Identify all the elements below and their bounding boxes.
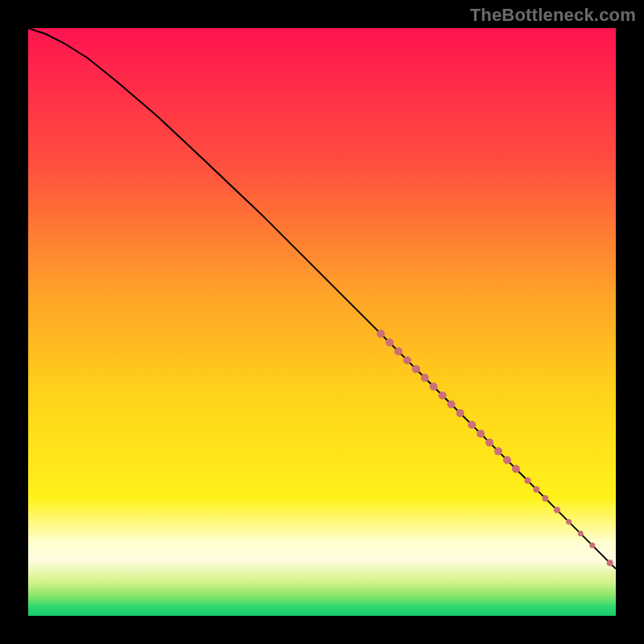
highlight-dot: [421, 374, 429, 382]
highlight-dot: [430, 382, 438, 390]
highlight-dot: [589, 543, 595, 548]
highlight-dot: [533, 486, 539, 493]
highlight-dot: [578, 530, 584, 536]
highlight-dot: [503, 456, 511, 464]
highlight-dot: [468, 421, 476, 429]
highlight-dot: [525, 477, 531, 484]
highlight-dot: [477, 430, 485, 438]
highlight-dot: [554, 507, 560, 514]
highlight-dot: [485, 439, 493, 447]
plot-area: [28, 28, 616, 616]
highlight-dot: [512, 465, 520, 473]
highlight-dot: [566, 519, 572, 525]
highlight-dot: [456, 409, 464, 417]
highlight-dot: [403, 356, 411, 364]
chart-svg: [28, 28, 616, 616]
highlight-dot: [412, 365, 420, 373]
highlight-dot: [542, 495, 548, 502]
gradient-background: [28, 28, 616, 616]
highlight-dot: [377, 330, 385, 338]
watermark-text: TheBottleneck.com: [470, 5, 636, 26]
highlight-dot: [394, 348, 402, 356]
highlight-dot: [439, 391, 447, 399]
highlight-dot: [494, 448, 502, 456]
chart-frame: TheBottleneck.com: [0, 0, 644, 644]
highlight-dot: [386, 339, 394, 347]
highlight-dot: [607, 559, 613, 566]
highlight-dot: [448, 400, 456, 408]
